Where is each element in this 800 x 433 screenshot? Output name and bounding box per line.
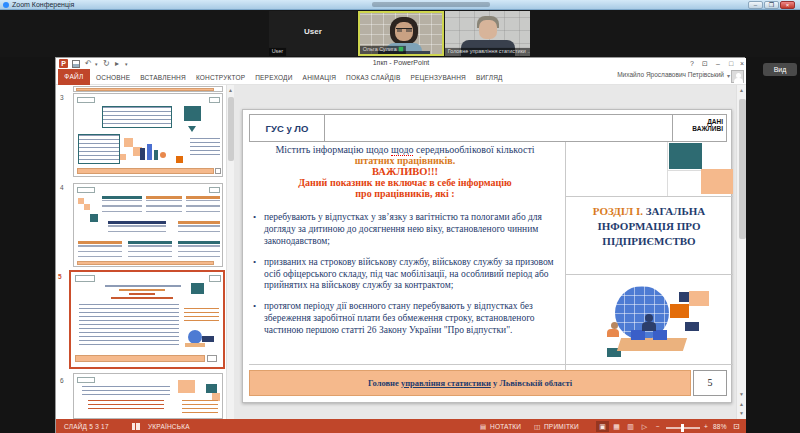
scroll-up-icon[interactable]: ▲ <box>737 87 746 93</box>
tab-view[interactable]: ВИГЛЯД <box>476 74 503 81</box>
scroll-down-icon[interactable]: ▼ <box>737 391 746 397</box>
thumb-text-box <box>102 106 172 128</box>
background-window-title-ghost <box>372 2 490 7</box>
section-title-line-2: ІНФОРМАЦІЯ ПРО <box>567 219 731 234</box>
comments-icon[interactable]: ◫ <box>534 423 540 431</box>
scrollbar-thumb[interactable] <box>739 99 746 239</box>
thumb-text-block <box>108 221 166 236</box>
status-bar: СЛАЙД 5 З 17 УКРАЇНСЬКА ▤ НОТАТКИ ◫ ПРИМ… <box>56 419 746 433</box>
thumb-text-block <box>102 196 142 216</box>
tab-review[interactable]: РЕЦЕНЗУВАННЯ <box>411 74 466 81</box>
thumb-text-lines <box>82 386 170 396</box>
thumbnail-slide-6-partial[interactable] <box>73 373 223 419</box>
main-scrollbar[interactable]: ▲ ▼ ▲ ▼ <box>736 85 746 419</box>
comments-toggle[interactable]: ПРИМІТКИ <box>544 423 579 431</box>
video-tile-statistics-office[interactable]: Головне управління статистики ... <box>445 11 530 56</box>
view-slideshow-button[interactable]: ▷ <box>638 421 651 432</box>
slide-logo: ГУС у ЛО <box>250 115 325 141</box>
thumb-heading-line <box>111 297 173 299</box>
participant-label: Ольга Сулига <box>360 46 406 54</box>
orange-accent-square <box>689 291 709 306</box>
participant-name-text: Ольга Сулига <box>363 47 397 52</box>
thumbnail-slide-2-partial[interactable] <box>73 86 223 92</box>
slide-canvas[interactable]: ГУС у ЛО ДАНІ ВАЖЛИВІ Містить інформацію… <box>242 109 732 403</box>
footer-link-text[interactable]: управління статистики <box>401 378 491 388</box>
thumb-page-box <box>207 355 217 362</box>
thumbnail-slide-5-selected[interactable] <box>69 270 225 369</box>
thumb-footer-bar <box>77 168 214 174</box>
spellcheck-icon[interactable] <box>132 423 140 430</box>
zoom-window-titlebar[interactable]: Zoom Конференція – ❐ × <box>0 0 800 10</box>
bullet-dot-icon: • <box>253 257 264 293</box>
notes-icon[interactable]: ▤ <box>480 423 486 431</box>
person-figure <box>645 314 653 322</box>
account-caret-icon[interactable]: ▾ <box>727 72 730 79</box>
thumb-chart-bar <box>147 144 152 160</box>
powerpoint-window-title: 1пкп - PowerPoint <box>56 59 746 66</box>
language-indicator[interactable]: УКРАЇНСЬКА <box>148 423 190 431</box>
thumb-illustration-globe <box>188 330 202 344</box>
help-button[interactable]: ? <box>686 59 698 69</box>
tab-file[interactable]: ФАЙЛ <box>58 69 90 85</box>
zoom-minimize-button[interactable]: – <box>748 1 763 9</box>
heading-note-line-1: Даний показник не включає в себе інформа… <box>249 177 561 188</box>
thumb-teal-square <box>206 384 217 393</box>
thumb-section-lines <box>184 308 219 324</box>
zoom-restore-button[interactable]: ❐ <box>764 1 779 9</box>
slide-grid-line <box>565 274 733 275</box>
participant-label: Головне управління статистики ... <box>445 48 530 56</box>
heading-line-2: штатних працівників. <box>249 155 561 166</box>
participant-label: User <box>269 48 286 56</box>
thumbnail-slide-4[interactable] <box>73 183 223 267</box>
video-tile-user[interactable]: User User <box>269 11 357 56</box>
zoom-out-button[interactable]: − <box>656 423 660 431</box>
section-title: РОЗДІЛ І. ЗАГАЛЬНА ІНФОРМАЦІЯ ПРО ПІДПРИ… <box>567 204 731 249</box>
slide-indicator: СЛАЙД 5 З 17 <box>64 423 109 431</box>
tab-animations[interactable]: АНІМАЦІЯ <box>303 74 337 81</box>
avatar-body-shape <box>734 78 743 83</box>
thumb-footer-bar <box>77 261 214 265</box>
tab-transitions[interactable]: ПЕРЕХОДИ <box>255 74 292 81</box>
desk-shape <box>617 338 687 351</box>
account-avatar[interactable] <box>731 70 744 83</box>
view-normal-button[interactable]: ▣ <box>596 421 609 432</box>
heading-text: Містить інформацію щодо <box>275 144 391 155</box>
bullet-item: • протягом періоду дії воєнного стану пе… <box>253 301 559 337</box>
ribbon-options-button[interactable]: ⊡ <box>699 59 711 69</box>
view-reading-button[interactable]: ▥ <box>624 421 637 432</box>
zoom-close-button[interactable]: × <box>780 1 795 9</box>
thumb-badge-box <box>209 97 220 103</box>
zoom-view-button[interactable]: Вид <box>763 63 797 76</box>
thumbnails-scrollbar[interactable]: ▲ <box>226 85 234 419</box>
person-face <box>479 20 497 39</box>
tab-design[interactable]: КОНСТРУКТОР <box>196 74 245 81</box>
thumb-red-text-lines <box>88 400 164 412</box>
thumb-teal-square <box>90 214 98 222</box>
bullet-dot-icon: • <box>253 212 264 248</box>
thumb-figure <box>160 152 166 158</box>
laptop-icon <box>631 330 645 340</box>
zoom-percent[interactable]: 88% <box>713 423 727 431</box>
account-name[interactable]: Михайло Ярославович Петрівський <box>617 71 724 78</box>
thumb-chart-bar <box>154 150 158 160</box>
tab-insert[interactable]: ВСТАВЛЕННЯ <box>140 74 186 81</box>
fit-to-window-icon[interactable]: ⊡ <box>733 423 740 431</box>
tab-slideshow[interactable]: ПОКАЗ СЛАЙДІВ <box>346 74 400 81</box>
thumb-orange-square <box>178 380 195 393</box>
zoom-app-icon <box>3 2 9 8</box>
zoom-in-button[interactable]: + <box>704 423 708 431</box>
thumb-heading-line <box>105 285 181 287</box>
video-tile-olga[interactable]: Ольга Сулига <box>358 11 444 56</box>
thumb-orange-square <box>120 154 126 160</box>
thumbnail-slide-3[interactable] <box>73 93 223 177</box>
video-strip: User User Ольга Сулига Головне управлінн… <box>0 10 800 57</box>
close-button[interactable]: × <box>736 59 748 69</box>
notes-toggle[interactable]: НОТАТКИ <box>490 423 521 431</box>
zoom-slider-thumb[interactable] <box>681 424 684 432</box>
minimize-button[interactable]: – <box>712 59 724 69</box>
view-slide-sorter-button[interactable]: ▦ <box>610 421 623 432</box>
scroll-up-icon[interactable]: ▲ <box>227 87 234 93</box>
previous-slide-icon[interactable]: ▲ <box>737 401 746 407</box>
next-slide-icon[interactable]: ▼ <box>737 410 746 416</box>
tab-home[interactable]: ОСНОВНЕ <box>96 74 130 81</box>
